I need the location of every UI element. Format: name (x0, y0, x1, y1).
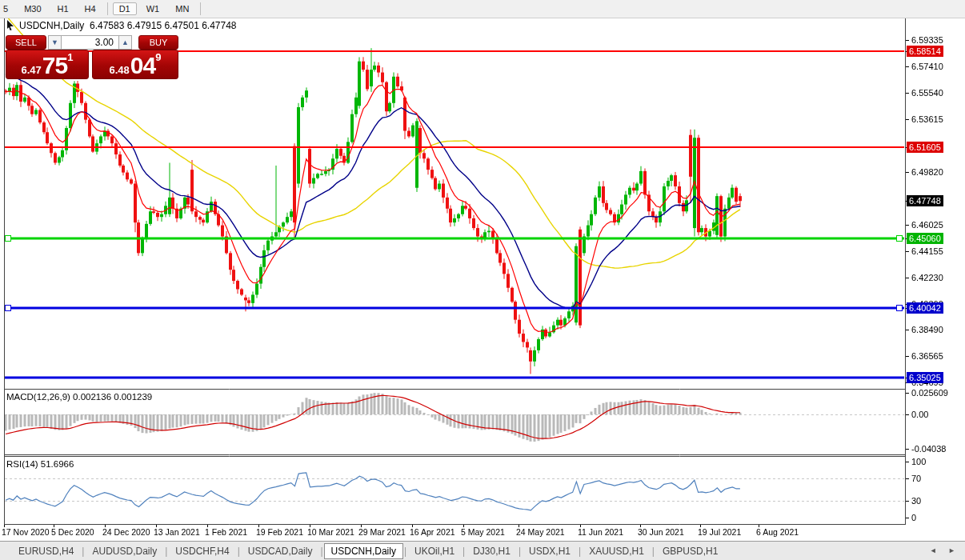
chart-ohlc-values: 6.47583 6.47915 6.47501 6.47748 (90, 20, 237, 31)
timeframe-button-h1[interactable]: H1 (51, 2, 75, 15)
tab-xauusd-h1[interactable]: XAUUSD,H1 (582, 543, 651, 559)
sell-price-small: 6.47 (22, 64, 42, 76)
tab-separator: | (82, 546, 84, 557)
price-axis-badge: 6.35025 (907, 372, 943, 383)
chart-title: USDCNH,Daily 6.47583 6.47915 6.47501 6.4… (19, 20, 237, 31)
rsi-axis-label: 0 (911, 513, 916, 522)
date-axis-label: 5 May 2021 (461, 527, 505, 537)
date-axis-label: 19 Feb 2021 (256, 527, 303, 537)
tab-gbpusd-h1[interactable]: GBPUSD,H1 (655, 543, 725, 559)
sell-button[interactable]: SELL (6, 35, 46, 50)
date-axis-label: 24 May 2021 (516, 527, 565, 537)
buy-price-sup: 9 (155, 52, 161, 62)
mt4-window: 5M30H1H4D1W1MN USDCNH,Daily 6.47583 6.47… (0, 0, 965, 560)
macd-axis-label: 0.025609 (911, 388, 948, 398)
price-axis-label: 6.49820 (911, 167, 943, 177)
tab-separator: | (320, 546, 322, 557)
date-axis-label: 5 Dec 2020 (51, 527, 94, 537)
tab-audusd-daily[interactable]: AUDUSD,Daily (85, 543, 164, 559)
tab-separator: | (404, 546, 406, 557)
date-axis-label: 16 Apr 2021 (410, 527, 455, 537)
tab-usdcad-daily[interactable]: USDCAD,Daily (241, 543, 320, 559)
buy-price-button[interactable]: 6.48 04 9 (92, 50, 178, 79)
price-axis-badge: 6.47748 (907, 195, 943, 206)
timeframe-button-mn[interactable]: MN (169, 2, 195, 15)
date-axis-label: 11 Jun 2021 (578, 527, 623, 537)
price-axis-label: 6.46025 (911, 220, 943, 230)
tab-scroll-arrows[interactable]: ◄ ► (930, 546, 960, 554)
timeframe-button-d1[interactable]: D1 (113, 2, 137, 15)
date-axis-label: 29 Mar 2021 (358, 527, 406, 537)
macd-indicator-label: MACD(12,26,9) 0.002136 0.001239 (6, 392, 152, 402)
tab-ukoil-h1[interactable]: UKOil,H1 (407, 543, 462, 559)
tab-separator: | (462, 546, 465, 557)
chart-symbol-label: USDCNH,Daily (19, 20, 84, 31)
toolbar-separator (107, 2, 108, 15)
buy-button[interactable]: BUY (138, 35, 178, 50)
buy-price-big: 04 (130, 55, 155, 76)
date-axis-label: 17 Nov 2020 (2, 527, 50, 537)
price-axis-label: 6.42230 (911, 273, 943, 282)
timeframe-button-5[interactable]: 5 (2, 2, 14, 15)
timeframe-toolbar: 5M30H1H4D1W1MN (0, 0, 965, 18)
date-axis-label: 19 Jul 2021 (698, 527, 741, 537)
tab-dj30-h1[interactable]: DJ30,H1 (466, 543, 518, 559)
one-click-trading-panel: SELL ▼ 3.00 ▲ BUY 6.47 75 1 6.48 04 9 (6, 35, 178, 78)
price-axis-badge: 6.58514 (907, 46, 943, 57)
rsi-indicator-label: RSI(14) 51.6966 (6, 459, 74, 469)
tab-separator: | (165, 546, 167, 557)
rsi-axis-label: 70 (911, 474, 921, 483)
sell-price-button[interactable]: 6.47 75 1 (6, 50, 89, 79)
macd-axis-label: -0.04038 (911, 444, 946, 454)
buy-price-small: 6.48 (110, 64, 130, 76)
tab-separator: | (579, 546, 581, 557)
sell-price-sup: 1 (67, 52, 73, 62)
volume-input[interactable]: 3.00 (61, 35, 119, 50)
timeframe-button-w1[interactable]: W1 (140, 2, 166, 15)
price-axis-label: 6.53615 (911, 114, 943, 124)
spread-increase-button[interactable]: ▲ (118, 35, 132, 50)
price-axis-label: 6.59335 (911, 35, 943, 45)
tab-separator: | (652, 546, 655, 557)
price-axis-label: 6.38490 (911, 325, 943, 334)
tab-usdchf-h4[interactable]: USDCHF,H4 (168, 543, 236, 559)
date-axis-label: 6 Aug 2021 (756, 527, 799, 537)
tab-eurusd-h4[interactable]: EURUSD,H4 (11, 543, 81, 559)
macd-axis-label: 0.00 (911, 410, 928, 419)
tab-separator: | (519, 546, 521, 557)
date-axis-label: 10 Mar 2021 (307, 527, 354, 537)
date-axis-label: 1 Feb 2021 (205, 527, 247, 537)
date-axis-label: 30 Jun 2021 (638, 527, 684, 537)
rsi-axis-label: 30 (911, 496, 921, 506)
price-axis-label: 6.57410 (911, 62, 943, 71)
sell-price-big: 75 (42, 55, 67, 76)
date-axis-label: 13 Jan 2021 (154, 527, 200, 537)
price-chart-canvas[interactable] (0, 0, 965, 560)
price-axis-label: 6.55540 (911, 88, 943, 98)
cursor-arrow-icon (6, 20, 17, 30)
timeframe-button-m30[interactable]: M30 (18, 2, 47, 15)
price-axis-badge: 6.45060 (907, 233, 943, 244)
toolbar-separator (200, 2, 201, 15)
tab-usdx-h1[interactable]: USDX,H1 (522, 543, 578, 559)
chart-tab-bar: EURUSD,H4|AUDUSD,Daily|USDCHF,H4|USDCAD,… (0, 541, 965, 560)
price-axis-label: 6.36565 (911, 351, 943, 361)
price-axis-label: 6.44155 (911, 246, 943, 256)
tab-usdcnh-daily[interactable]: USDCNH,Daily (324, 543, 403, 559)
price-axis-badge: 6.40042 (907, 302, 943, 314)
price-axis-badge: 6.51605 (907, 142, 943, 153)
date-axis-label: 24 Dec 2020 (102, 527, 150, 537)
spread-decrease-button[interactable]: ▼ (48, 35, 62, 50)
timeframe-button-h4[interactable]: H4 (78, 2, 102, 15)
rsi-axis-label: 100 (911, 457, 926, 466)
tab-separator: | (238, 546, 240, 557)
